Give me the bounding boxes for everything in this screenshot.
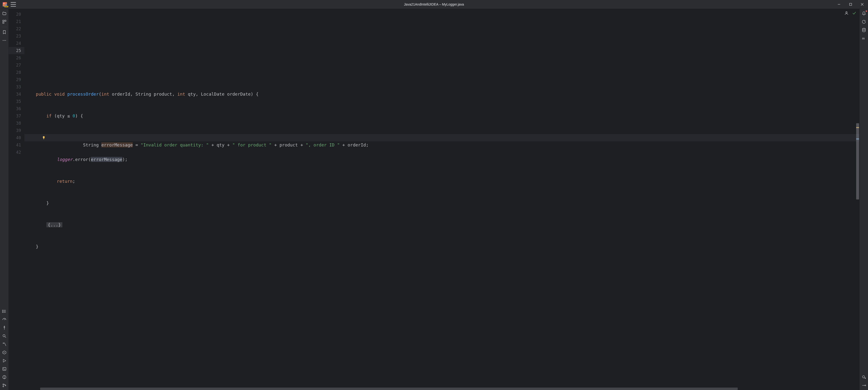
line-number: 23 — [9, 32, 24, 40]
svg-point-36 — [865, 385, 866, 386]
eap-badge: EAP — [4, 6, 8, 7]
project-tool-icon[interactable] — [1, 10, 8, 17]
horizontal-scrollbar[interactable] — [40, 388, 738, 390]
profiler-tool-icon[interactable] — [1, 316, 8, 323]
svg-point-27 — [3, 386, 4, 387]
svg-rect-6 — [3, 22, 4, 24]
problems-tool-icon[interactable] — [1, 373, 8, 381]
svg-rect-1 — [849, 3, 852, 6]
svg-point-28 — [5, 385, 6, 386]
coverage-tool-icon[interactable] — [860, 373, 868, 381]
build-tool-icon[interactable] — [1, 341, 8, 348]
svg-rect-22 — [3, 367, 6, 370]
svg-marker-20 — [4, 352, 5, 353]
main-menu-icon[interactable] — [11, 2, 16, 6]
line-number: 21 — [9, 18, 24, 25]
code-line: logger.error(errorMessage); — [24, 156, 859, 163]
svg-rect-30 — [43, 138, 44, 139]
code-line: } — [24, 199, 859, 207]
database-tool-icon[interactable] — [860, 26, 868, 34]
intention-bulb-icon[interactable] — [42, 134, 46, 141]
svg-point-34 — [863, 376, 865, 378]
maximize-button[interactable] — [845, 0, 857, 9]
svg-rect-31 — [43, 139, 44, 139]
line-number: 24 — [9, 40, 24, 47]
code-line: if (qty ≤ 0) { — [24, 112, 859, 119]
title-bar: EAP Java21AndIntelliJIDEA – MyLogger.jav… — [0, 0, 868, 9]
line-number: 27 — [9, 61, 24, 69]
code-line: return; — [24, 178, 859, 185]
line-number: 42 — [9, 149, 24, 156]
line-number: 35 — [9, 98, 24, 105]
line-number: 40 — [9, 134, 24, 141]
line-number: 29 — [9, 76, 24, 83]
line-number: 34 — [9, 90, 24, 98]
code-line: public void processOrder(int orderId, St… — [24, 90, 859, 98]
svg-point-25 — [4, 378, 5, 379]
code-line: } — [24, 243, 859, 250]
bookmarks-tool-icon[interactable] — [1, 29, 8, 36]
svg-line-16 — [4, 319, 5, 320]
services-tool-icon[interactable] — [1, 349, 8, 356]
line-number: 39 — [9, 127, 24, 134]
svg-point-15 — [2, 312, 3, 313]
svg-rect-4 — [3, 20, 4, 21]
ai-tool-icon[interactable] — [860, 18, 868, 25]
minimize-button[interactable] — [833, 0, 845, 9]
run-tool-icon[interactable] — [1, 357, 8, 364]
code-line: {...} — [24, 221, 859, 228]
window-title: Java21AndIntelliJIDEA – MyLogger.java — [404, 2, 464, 6]
line-number: 25 — [9, 47, 24, 54]
notification-dot-icon — [866, 10, 867, 12]
folded-region[interactable]: {...} — [46, 222, 62, 227]
close-button[interactable] — [857, 0, 868, 9]
terminal-tool-icon[interactable] — [1, 365, 8, 372]
line-number: 28 — [9, 69, 24, 76]
left-tool-rail — [0, 9, 9, 390]
svg-point-26 — [3, 384, 4, 385]
svg-point-32 — [863, 28, 865, 30]
svg-point-9 — [5, 40, 6, 41]
line-number: 22 — [9, 25, 24, 32]
svg-point-8 — [4, 40, 5, 41]
structure-tool-icon[interactable] — [1, 18, 8, 25]
line-number: 38 — [9, 119, 24, 127]
svg-rect-5 — [5, 20, 6, 21]
vcs-tool-icon[interactable] — [1, 382, 8, 389]
code-line: String errorMessage = "Invalid order qua… — [24, 134, 859, 141]
vertical-scrollbar[interactable] — [856, 9, 859, 390]
notifications-tool-icon[interactable] — [860, 10, 868, 17]
app-icon: EAP — [2, 2, 7, 7]
scroll-thumb[interactable] — [856, 123, 859, 199]
line-number: 26 — [9, 54, 24, 61]
svg-line-18 — [5, 336, 6, 338]
svg-marker-21 — [3, 359, 6, 362]
line-number: 37 — [9, 112, 24, 119]
more-tool-icon[interactable] — [1, 37, 8, 44]
right-tool-rail: m — [859, 9, 868, 390]
gutter[interactable]: 20 21 22 23 24 25 26 27 28 29 33 34 35 3… — [9, 9, 24, 390]
code-area[interactable]: public void processOrder(int orderId, St… — [24, 9, 859, 390]
line-number: 33 — [9, 83, 24, 90]
search-tool-icon[interactable] — [1, 332, 8, 340]
collapse-rail-icon[interactable] — [860, 382, 868, 389]
line-number: 41 — [9, 141, 24, 149]
quick-fix-tool-icon[interactable] — [1, 324, 8, 331]
svg-point-17 — [3, 335, 5, 337]
svg-text:m: m — [862, 36, 865, 40]
line-number: 36 — [9, 105, 24, 112]
svg-point-14 — [2, 311, 3, 312]
svg-point-13 — [2, 310, 3, 311]
todo-tool-icon[interactable] — [1, 308, 8, 315]
editor[interactable]: 20 21 22 23 24 25 26 27 28 29 33 34 35 3… — [9, 9, 859, 390]
svg-point-7 — [3, 40, 3, 41]
line-number: 20 — [9, 11, 24, 18]
maven-tool-icon[interactable]: m — [860, 35, 868, 42]
